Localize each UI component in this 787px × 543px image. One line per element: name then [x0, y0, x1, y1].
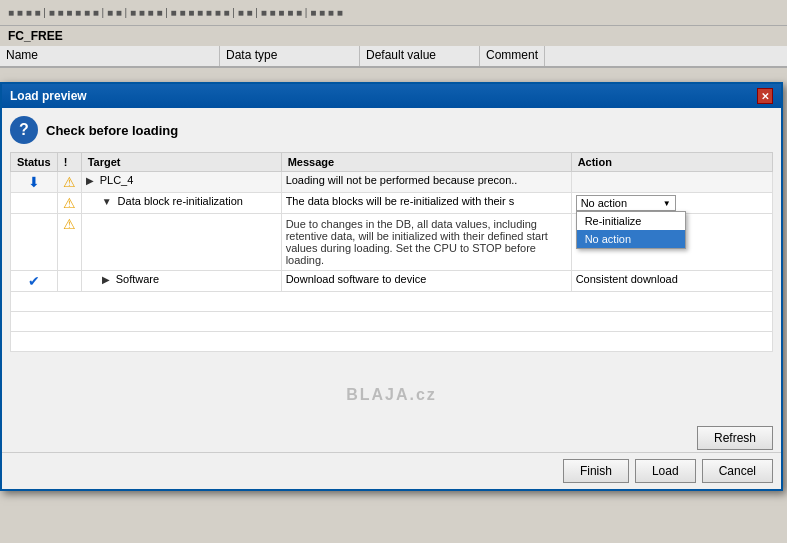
download-icon: ⬇: [28, 174, 40, 190]
action-dropdown[interactable]: No action ▼ Re-initialize No action: [576, 195, 676, 211]
message-cell-row1: Loading will not be performed because pr…: [281, 172, 571, 193]
table-row-empty3: [11, 332, 773, 352]
col-exclamation-header: !: [57, 153, 81, 172]
toolbar-row-1: ■ ■ ■ ■ | ■ ■ ■ ■ ■ ■ | ■ ■ | ■ ■ ■ ■ | …: [0, 0, 787, 26]
dialog-footer: Finish Load Cancel: [2, 452, 781, 489]
status-cell-row4: ✔: [11, 271, 58, 292]
check-icon-row4: ✔: [28, 273, 40, 289]
block-name-label: FC_FREE: [8, 29, 63, 43]
col-action-header: Action: [571, 153, 772, 172]
warning-cell-row1: ⚠: [57, 172, 81, 193]
col-header-name: Name: [0, 46, 220, 66]
col-header-default: Default value: [360, 46, 480, 66]
toolbar-icons-row1: ■ ■ ■ ■ | ■ ■ ■ ■ ■ ■ | ■ ■ | ■ ■ ■ ■ | …: [8, 7, 343, 18]
target-cell-row1: ▶ PLC_4: [81, 172, 281, 193]
table-row-empty1: [11, 292, 773, 312]
status-cell-row2: [11, 193, 58, 214]
expand-arrow-row4[interactable]: ▶: [102, 274, 110, 285]
message-cell-row3: Due to changes in the DB, all data value…: [281, 214, 571, 271]
warning-icon-row1: ⚠: [63, 174, 76, 190]
status-cell-row3: [11, 214, 58, 271]
table-header-row: Status ! Target Message Action: [11, 153, 773, 172]
preview-table: Status ! Target Message Action ⬇ ⚠: [10, 152, 773, 352]
load-button[interactable]: Load: [635, 459, 696, 483]
warning-cell-row2: ⚠: [57, 193, 81, 214]
target-cell-row3: [81, 214, 281, 271]
col-message-header: Message: [281, 153, 571, 172]
check-header: ? Check before loading: [10, 116, 773, 144]
load-preview-dialog: Load preview ✕ ? Check before loading St…: [0, 82, 783, 491]
block-name-row: FC_FREE: [0, 26, 787, 46]
warning-icon-row3: ⚠: [63, 216, 76, 232]
dialog-close-button[interactable]: ✕: [757, 88, 773, 104]
target-label-row1: PLC_4: [100, 174, 134, 186]
table-row-empty2: [11, 312, 773, 332]
cancel-button[interactable]: Cancel: [702, 459, 773, 483]
table-row: ⚠ ▼ Data block re-initialization The dat…: [11, 193, 773, 214]
app-toolbar-area: ■ ■ ■ ■ | ■ ■ ■ ■ ■ ■ | ■ ■ | ■ ■ ■ ■ | …: [0, 0, 787, 82]
action-cell-row4: Consistent download: [571, 271, 772, 292]
refresh-area: Refresh: [2, 422, 781, 452]
warning-icon-row2: ⚠: [63, 195, 76, 211]
col-header-comment: Comment: [480, 46, 545, 66]
content-column-headers: Name Data type Default value Comment: [0, 46, 787, 68]
action-cell-row2: No action ▼ Re-initialize No action: [571, 193, 772, 214]
table-row: ⬇ ⚠ ▶ PLC_4 Loading will not be performe…: [11, 172, 773, 193]
dropdown-value: No action: [581, 197, 627, 209]
watermark-text: BLAJA.cz: [10, 356, 773, 414]
message-cell-row4: Download software to device: [281, 271, 571, 292]
col-target-header: Target: [81, 153, 281, 172]
target-label-row2: Data block re-initialization: [118, 195, 243, 207]
dialog-title: Load preview: [10, 89, 87, 103]
col-header-datatype: Data type: [220, 46, 360, 66]
target-cell-row2: ▼ Data block re-initialization: [81, 193, 281, 214]
target-label-row4: Software: [116, 273, 159, 285]
question-icon: ?: [10, 116, 38, 144]
dropdown-menu: Re-initialize No action: [576, 211, 686, 249]
warning-cell-row3: ⚠: [57, 214, 81, 271]
dropdown-trigger[interactable]: No action ▼: [576, 195, 676, 211]
warning-cell-row4: [57, 271, 81, 292]
app-background: ■ ■ ■ ■ | ■ ■ ■ ■ ■ ■ | ■ ■ | ■ ■ ■ ■ | …: [0, 0, 787, 543]
action-cell-row1: [571, 172, 772, 193]
table-row: ✔ ▶ Software Download software to device…: [11, 271, 773, 292]
dialog-titlebar: Load preview ✕: [2, 84, 781, 108]
refresh-button[interactable]: Refresh: [697, 426, 773, 450]
col-status-header: Status: [11, 153, 58, 172]
finish-button[interactable]: Finish: [563, 459, 629, 483]
message-cell-row2: The data blocks will be re-initialized w…: [281, 193, 571, 214]
expand-arrow-row1[interactable]: ▶: [86, 175, 94, 186]
status-cell-row1: ⬇: [11, 172, 58, 193]
target-cell-row4: ▶ Software: [81, 271, 281, 292]
dropdown-option-reinitialize[interactable]: Re-initialize: [577, 212, 685, 230]
dropdown-option-noaction[interactable]: No action: [577, 230, 685, 248]
check-header-text: Check before loading: [46, 123, 178, 138]
dropdown-arrow-icon: ▼: [663, 199, 671, 208]
dialog-body: ? Check before loading Status ! Target M…: [2, 108, 781, 422]
expand-arrow-row2[interactable]: ▼: [102, 196, 112, 207]
